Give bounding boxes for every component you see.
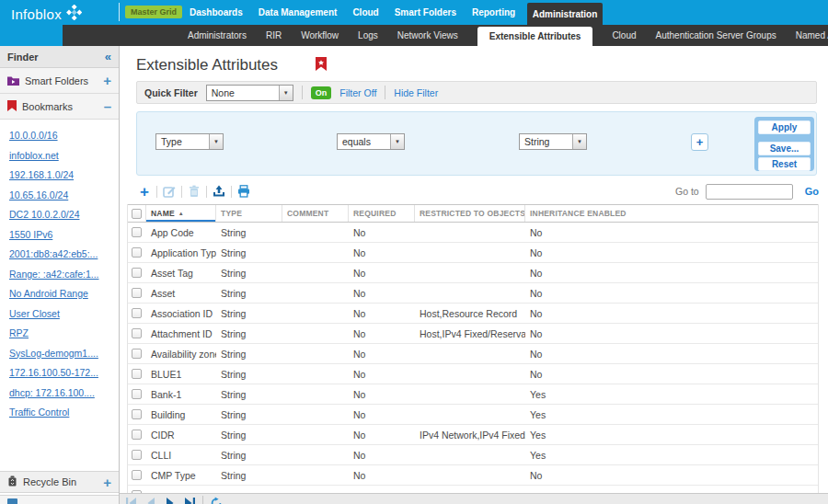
bookmark-link[interactable]: infoblox.net <box>9 146 119 166</box>
row-checkbox[interactable] <box>132 288 142 298</box>
column-header-comment[interactable]: COMMENT <box>282 205 349 222</box>
sub-nav-item[interactable]: Administrators <box>188 30 247 40</box>
smart-folders-section[interactable]: Smart Folders + <box>0 68 119 94</box>
recycle-bin-expand-button[interactable]: + <box>103 475 111 489</box>
table-row[interactable]: App Code String No No <box>128 223 818 243</box>
row-checkbox[interactable] <box>132 389 142 399</box>
next-page-icon[interactable] <box>164 496 177 504</box>
edit-button[interactable] <box>161 183 178 200</box>
bookmark-link[interactable]: 10.0.0.0/16 <box>9 126 119 146</box>
print-button[interactable] <box>236 183 252 200</box>
row-checkbox[interactable] <box>132 430 142 440</box>
filter-state-label[interactable]: Filter Off <box>339 87 376 98</box>
top-nav-item[interactable]: Cloud <box>352 7 378 17</box>
row-checkbox[interactable] <box>132 247 142 258</box>
save-button[interactable]: Save... <box>758 142 811 155</box>
table-row[interactable]: Asset Tag String No No <box>128 263 818 283</box>
add-filter-row-button[interactable]: + <box>691 133 708 151</box>
row-checkbox[interactable] <box>132 369 142 379</box>
bookmark-link[interactable]: 2001:db8:a42:eb5:... <box>9 245 119 265</box>
table-row[interactable]: CLLI String No Yes <box>128 445 818 465</box>
import-button[interactable] <box>211 183 227 200</box>
sub-nav-item[interactable]: RIR <box>266 30 282 40</box>
top-nav-item[interactable]: Reporting <box>472 7 515 17</box>
sub-nav-item[interactable]: Workflow <box>301 30 339 40</box>
bookmark-link[interactable]: 10.65.16.0/24 <box>9 186 119 206</box>
bookmarks-section[interactable]: Bookmarks – <box>0 94 119 120</box>
table-row[interactable]: Building String No Yes <box>128 405 818 425</box>
bookmark-link[interactable]: 192.168.1.0/24 <box>9 166 119 186</box>
hide-filter-link[interactable]: Hide Filter <box>394 87 438 98</box>
row-checkbox[interactable] <box>132 328 142 338</box>
row-checkbox[interactable] <box>132 227 142 237</box>
table-row[interactable]: CIDR String No IPv4 Network,IPv4 Fixed/R… <box>128 425 818 445</box>
table-row[interactable] <box>128 486 818 493</box>
filter-on-toggle[interactable]: On <box>311 86 332 99</box>
column-header-required[interactable]: REQUIRED <box>349 205 415 222</box>
sub-nav-item[interactable]: Authentication Server Groups <box>656 30 776 40</box>
table-row[interactable]: Attachment ID String No Host,IPv4 Fixed/… <box>128 324 818 344</box>
refresh-icon[interactable] <box>210 496 223 504</box>
add-attribute-button[interactable]: + <box>136 183 153 200</box>
column-header-inheritance[interactable]: INHERITANCE ENABLED <box>525 205 818 222</box>
row-checkbox[interactable] <box>132 308 142 318</box>
recycle-bin-section[interactable]: Recycle Bin + <box>0 471 119 493</box>
row-checkbox[interactable] <box>132 470 142 480</box>
sub-nav-item[interactable]: Logs <box>358 30 378 40</box>
bookmark-link[interactable]: dhcp: 172.16.100.... <box>9 384 119 404</box>
delete-button[interactable] <box>186 183 202 200</box>
goto-input[interactable] <box>706 184 793 200</box>
top-nav-item[interactable]: Smart Folders <box>395 7 456 17</box>
cell-required: No <box>349 389 415 400</box>
first-page-icon[interactable] <box>125 496 138 504</box>
bookmark-link[interactable]: DC2 10.0.2.0/24 <box>9 205 119 225</box>
bookmark-link[interactable]: Traffic Control <box>9 403 119 423</box>
prev-page-icon[interactable] <box>144 496 157 504</box>
last-page-icon[interactable] <box>183 496 196 504</box>
table-header: NAME ▲ TYPE COMMENT REQUIRED RESTRICTED … <box>128 204 818 223</box>
filter-field-select[interactable]: Type ▼ <box>155 133 224 150</box>
reset-button[interactable]: Reset <box>758 157 811 171</box>
table-row[interactable]: Association ID String No Host,Resource R… <box>128 304 818 324</box>
column-header-restricted[interactable]: RESTRICTED TO OBJECTS <box>415 205 525 222</box>
column-header-type[interactable]: TYPE <box>216 205 282 222</box>
cell-name: CMP Type <box>146 470 216 481</box>
table-row[interactable]: Availability zone String No No <box>128 344 818 364</box>
bookmark-link[interactable]: 1550 IPv6 <box>9 225 119 246</box>
cell-inheritance: Yes <box>525 389 818 400</box>
row-checkbox[interactable] <box>132 450 142 460</box>
page-bookmark-icon[interactable] <box>316 57 327 74</box>
sub-nav-item[interactable]: Network Views <box>397 30 458 40</box>
table-row[interactable]: Asset String No No <box>128 283 818 304</box>
table-row[interactable]: BLUE1 String No No <box>128 364 818 384</box>
filter-value-value: String <box>520 136 572 147</box>
tab-extensible-attributes[interactable]: Extensible Attributes <box>477 27 593 46</box>
bookmark-link[interactable]: Range: :a42:cafe:1... <box>9 265 119 285</box>
quick-filter-select[interactable]: None ▼ <box>206 85 293 101</box>
smart-folders-expand-button[interactable]: + <box>103 74 111 87</box>
table-row[interactable]: Bank-1 String No Yes <box>128 384 818 405</box>
bookmarks-collapse-button[interactable]: – <box>104 99 111 113</box>
sub-nav-item[interactable]: Cloud <box>612 30 636 40</box>
cell-inheritance: Yes <box>525 409 818 420</box>
bookmark-link[interactable]: No Android Range <box>9 284 119 304</box>
table-row[interactable]: Application Type String No No <box>128 243 818 263</box>
sub-nav-item[interactable]: Named ACLs <box>796 30 828 40</box>
row-checkbox[interactable] <box>132 268 142 278</box>
top-nav-item[interactable]: Dashboards <box>190 7 243 17</box>
go-button[interactable]: Go <box>805 186 819 197</box>
row-checkbox[interactable] <box>132 409 142 419</box>
row-checkbox[interactable] <box>132 349 142 359</box>
collapse-sidebar-icon[interactable]: « <box>105 50 111 63</box>
bookmark-link[interactable]: User Closet <box>9 304 119 325</box>
bookmark-link[interactable]: SysLog-demogm1.... <box>9 344 119 364</box>
filter-operator-select[interactable]: equals ▼ <box>337 133 405 150</box>
bookmark-link[interactable]: RPZ <box>9 324 119 344</box>
apply-button[interactable]: Apply <box>758 120 811 134</box>
bookmark-link[interactable]: 172.16.100.50-172... <box>9 363 119 384</box>
table-row[interactable]: CMP Type String No No <box>128 465 818 486</box>
filter-value-select[interactable]: String ▼ <box>519 133 587 150</box>
select-all-checkbox[interactable] <box>132 209 142 219</box>
top-nav-item[interactable]: Data Management <box>259 7 338 17</box>
column-header-name[interactable]: NAME ▲ <box>146 205 216 222</box>
